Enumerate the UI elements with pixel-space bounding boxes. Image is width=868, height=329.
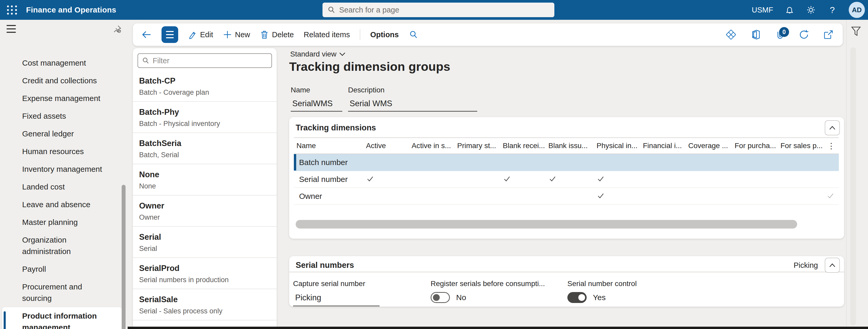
table-row[interactable]: Owner (294, 188, 839, 205)
new-button[interactable]: New (223, 30, 250, 39)
nav-scrollbar[interactable] (122, 185, 126, 329)
list-item-subtitle: Owner (139, 212, 272, 222)
sidebar-item[interactable]: Fixed assets (0, 107, 128, 125)
sidebar-item-label: Landed cost (22, 183, 65, 191)
cell-blank-receipt (500, 175, 546, 184)
sidebar-item[interactable]: Cost management (0, 54, 128, 72)
list-item[interactable]: Owner Owner (133, 195, 277, 227)
sidebar-item-label: General ledger (22, 129, 74, 138)
sidebar-item[interactable]: Payroll (0, 260, 128, 278)
check-icon (597, 193, 604, 199)
column-header-primary[interactable]: Primary st... (455, 141, 500, 150)
grid-body: Batch number (294, 154, 839, 205)
sidebar-items: Cost management Credit and collections E… (0, 54, 128, 329)
sidebar-item[interactable]: General ledger (0, 125, 128, 143)
company-selector[interactable]: USMF (752, 6, 773, 14)
column-header-name[interactable]: Name (294, 141, 363, 150)
view-selector[interactable]: Standard view (290, 50, 346, 58)
description-field: Description (348, 86, 477, 112)
sidebar-item-label: Master planning (22, 218, 78, 226)
capture-serial-input[interactable] (293, 293, 379, 306)
avatar[interactable]: AD (849, 2, 865, 18)
search-input[interactable] (339, 6, 550, 14)
help-icon[interactable]: ? (827, 5, 837, 15)
sidebar-item[interactable]: Product information management (2, 307, 122, 329)
attachments-paperclip-icon[interactable]: 0 (774, 29, 785, 40)
app-launcher-icon[interactable] (7, 5, 17, 15)
table-row[interactable]: Serial number (294, 171, 839, 188)
list-item[interactable]: Serial Serial (133, 227, 277, 258)
divider (360, 29, 360, 40)
sidebar-item[interactable]: Credit and collections (0, 72, 128, 90)
list-item-title: Owner (139, 201, 272, 211)
show-list-button[interactable] (161, 26, 178, 43)
delete-label: Delete (272, 30, 294, 39)
sidebar-item[interactable]: Landed cost (0, 178, 128, 196)
sidebar-item[interactable]: Human resources (0, 143, 128, 160)
column-header-physical-inventory[interactable]: Physical in... (594, 141, 640, 150)
register-serials-toggle[interactable] (431, 292, 450, 303)
edit-button[interactable]: Edit (188, 30, 213, 39)
office-icon[interactable] (750, 29, 761, 40)
column-header-blank-receipt[interactable]: Blank recei... (500, 141, 546, 150)
settings-gear-icon[interactable] (806, 5, 816, 15)
list-item-title: SerialSale (139, 294, 272, 305)
sidebar-item[interactable]: Expense management (0, 90, 128, 107)
grid-horizontal-scrollbar[interactable] (296, 220, 797, 229)
collapse-section-button[interactable] (825, 120, 840, 135)
serial-control-toggle[interactable] (567, 292, 587, 303)
sidebar-item[interactable]: Leave and absence (0, 196, 128, 213)
list-item[interactable]: Batch-Phy Batch - Physical inventory (133, 102, 277, 133)
list-filter-field[interactable] (137, 53, 272, 68)
open-in-new-icon[interactable] (823, 29, 834, 40)
options-button[interactable]: Options (370, 30, 399, 39)
column-header-blank-issue[interactable]: Blank issu... (546, 141, 594, 150)
column-header-financial-inventory[interactable]: Financial i... (640, 141, 686, 150)
topbar-left: Finance and Operations (0, 5, 116, 15)
list-item[interactable]: SerialProd Serial numbers in production (133, 258, 277, 289)
delete-button[interactable]: Delete (260, 30, 294, 39)
description-input[interactable] (348, 98, 477, 112)
global-search[interactable] (322, 3, 554, 17)
chevron-up-icon (829, 263, 836, 268)
column-header-coverage[interactable]: Coverage ... (686, 141, 732, 150)
serial-control-label: Serial number control (567, 279, 637, 288)
notifications-bell-icon[interactable] (785, 5, 795, 15)
filter-funnel-icon[interactable] (850, 26, 862, 37)
column-header-active-in-sales[interactable]: Active in s... (409, 141, 455, 150)
cell-physical-inventory (594, 175, 640, 184)
grid-overflow-icon[interactable]: ⋮ (824, 141, 839, 151)
cell-physical-inventory (594, 192, 640, 201)
column-header-for-purchase[interactable]: For purcha... (732, 141, 778, 150)
list-item-subtitle: Serial numbers in production (139, 275, 272, 285)
collapse-section-button[interactable] (825, 258, 840, 273)
list-item[interactable]: Batch-CP Batch - Coverage plan (133, 70, 277, 102)
list-item-subtitle: Batch, Serial (139, 150, 272, 160)
list-item[interactable]: SerialSale Serial - Sales process only (133, 289, 277, 320)
page-scrollbar[interactable] (850, 47, 856, 325)
table-row[interactable]: Batch number (294, 154, 839, 171)
chevron-up-icon (829, 125, 836, 130)
power-platform-icon[interactable] (725, 29, 737, 40)
app-title[interactable]: Finance and Operations (26, 5, 116, 14)
unpin-icon[interactable] (113, 25, 122, 34)
back-arrow-icon[interactable] (142, 30, 152, 39)
plus-icon (223, 30, 232, 39)
sidebar-item[interactable]: Procurement and sourcing (0, 278, 128, 307)
refresh-icon[interactable] (799, 29, 809, 40)
list-item[interactable]: BatchSeria Batch, Serial (133, 133, 277, 164)
view-selector-label: Standard view (290, 50, 336, 58)
name-input[interactable] (291, 98, 342, 112)
column-header-for-sales[interactable]: For sales p... (778, 141, 824, 150)
check-icon (597, 176, 604, 182)
nav-hamburger-icon[interactable] (6, 25, 16, 33)
related-items-button[interactable]: Related items (304, 30, 350, 39)
filter-input[interactable] (153, 57, 268, 65)
sidebar-item[interactable]: Master planning (0, 213, 128, 231)
sidebar-item[interactable]: Inventory management (0, 160, 128, 178)
column-header-active[interactable]: Active (363, 141, 409, 150)
sidebar-item[interactable]: Organization administration (0, 231, 128, 260)
command-search-icon[interactable] (409, 30, 418, 39)
list-item[interactable]: None None (133, 164, 277, 195)
sidebar-item-label: Fixed assets (22, 112, 66, 120)
